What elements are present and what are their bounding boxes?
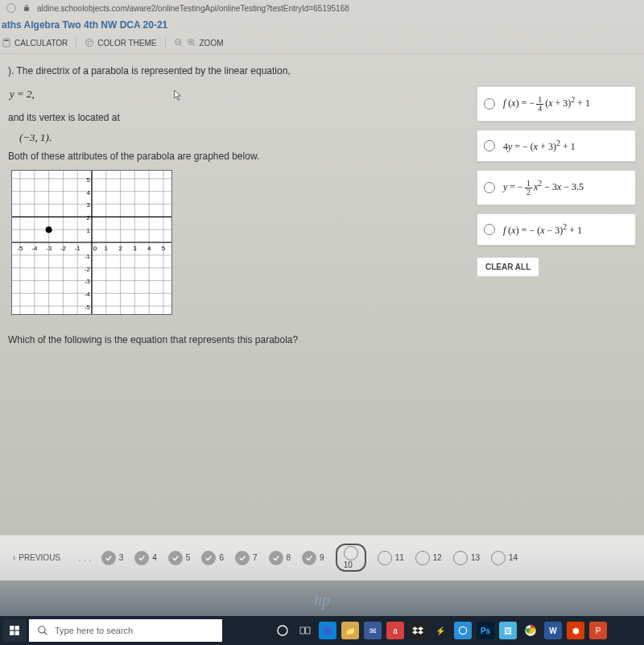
pager-item-3[interactable]: 3 bbox=[101, 551, 124, 565]
option-a[interactable]: f (x) = −14(x + 3)2 + 1 bbox=[477, 86, 636, 122]
cortana-ring-icon[interactable] bbox=[454, 622, 472, 639]
zoom-controls[interactable]: ZOOM bbox=[174, 38, 224, 48]
chrome-icon[interactable] bbox=[522, 622, 539, 639]
pager-item-7[interactable]: 7 bbox=[235, 551, 258, 565]
parabola-graph: -5 -4 -3 -2 -1 0 1 2 3 4 5 5 4 3 2 bbox=[11, 170, 172, 315]
svg-rect-63 bbox=[15, 631, 19, 635]
pager-item-10[interactable]: 10 bbox=[336, 544, 366, 572]
svg-text:5: 5 bbox=[162, 245, 166, 252]
question-pager: ‹ PREVIOUS . . . 3456789 1011121314 bbox=[0, 535, 644, 581]
pager-item-8[interactable]: 8 bbox=[269, 551, 291, 565]
previous-button[interactable]: ‹ PREVIOUS bbox=[5, 553, 68, 562]
svg-text:-3: -3 bbox=[85, 278, 91, 285]
toolbar: CALCULATOR COLOR THEME ZOOM bbox=[0, 37, 644, 54]
radio-icon bbox=[415, 551, 430, 565]
explorer-icon[interactable]: 📁 bbox=[341, 622, 359, 639]
windows-icon bbox=[9, 625, 20, 636]
office-icon[interactable]: ⬢ bbox=[567, 622, 584, 639]
svg-point-2 bbox=[86, 39, 93, 47]
windows-taskbar: Type here to search 📁 ✉ a ⚡ Ps 🖼 W ⬢ P bbox=[0, 616, 644, 645]
radio-icon bbox=[484, 182, 495, 193]
option-b[interactable]: 4y = − (x + 3)2 + 1 bbox=[477, 130, 636, 162]
svg-point-38 bbox=[46, 226, 52, 233]
svg-rect-61 bbox=[15, 626, 19, 630]
radio-icon bbox=[453, 551, 468, 565]
svg-text:1: 1 bbox=[87, 227, 91, 234]
svg-text:-3: -3 bbox=[46, 245, 52, 252]
svg-text:1: 1 bbox=[105, 245, 109, 252]
check-icon bbox=[302, 551, 316, 565]
start-button[interactable] bbox=[3, 619, 26, 642]
pager-item-13[interactable]: 13 bbox=[453, 551, 480, 565]
option-c-equation: y = −12x2 − 3x − 3.5 bbox=[503, 179, 584, 196]
svg-rect-67 bbox=[300, 627, 304, 634]
svg-text:-5: -5 bbox=[17, 245, 23, 252]
taskview-icon[interactable] bbox=[296, 622, 314, 639]
pager-item-4[interactable]: 4 bbox=[134, 551, 157, 565]
zoom-out-icon bbox=[174, 38, 184, 48]
photoshop-icon[interactable]: Ps bbox=[477, 622, 494, 639]
y-axis-labels: 5 4 3 2 1 -1 -2 -3 -4 -5 bbox=[85, 176, 91, 311]
clear-all-button[interactable]: CLEAR ALL bbox=[477, 257, 539, 277]
app-icon-red[interactable]: a bbox=[386, 622, 404, 639]
search-placeholder: Type here to search bbox=[55, 626, 133, 635]
svg-line-7 bbox=[180, 44, 182, 47]
edge-icon[interactable] bbox=[319, 622, 336, 639]
check-icon bbox=[201, 551, 216, 565]
powerpoint-icon[interactable]: P bbox=[589, 622, 607, 639]
pager-item-9[interactable]: 9 bbox=[302, 551, 324, 565]
svg-rect-1 bbox=[5, 40, 9, 42]
mail-icon[interactable]: ✉ bbox=[364, 622, 382, 639]
svg-point-4 bbox=[90, 41, 92, 43]
graph-container: -5 -4 -3 -2 -1 0 1 2 3 4 5 5 4 3 2 bbox=[11, 170, 346, 318]
cortana-icon[interactable] bbox=[274, 622, 291, 639]
power-icon[interactable]: ⚡ bbox=[431, 622, 449, 639]
svg-text:4: 4 bbox=[87, 189, 91, 196]
svg-rect-60 bbox=[10, 626, 14, 630]
pager-item-11[interactable]: 11 bbox=[378, 551, 404, 565]
svg-text:-1: -1 bbox=[75, 245, 81, 252]
image-app-icon[interactable]: 🖼 bbox=[499, 622, 517, 639]
dropbox-icon[interactable] bbox=[409, 622, 427, 639]
option-d-equation: f (x) = − (x − 3)2 + 1 bbox=[503, 222, 582, 237]
pager-item-5[interactable]: 5 bbox=[168, 551, 191, 565]
pager-item-14[interactable]: 14 bbox=[491, 551, 518, 565]
followup-question: Which of the following is the equation t… bbox=[8, 334, 346, 345]
pager-ellipsis: . . . bbox=[75, 552, 95, 564]
svg-point-5 bbox=[88, 43, 89, 45]
check-icon bbox=[235, 551, 250, 565]
chevron-left-icon: ‹ bbox=[13, 553, 15, 562]
pager-item-12[interactable]: 12 bbox=[415, 551, 442, 565]
radio-icon bbox=[344, 546, 358, 560]
calculator-button[interactable]: CALCULATOR bbox=[2, 38, 68, 48]
svg-text:3: 3 bbox=[133, 245, 137, 252]
question-prompt: ). The directrix of a parabola is repres… bbox=[8, 65, 346, 76]
pager-item-6[interactable]: 6 bbox=[201, 551, 224, 565]
check-icon bbox=[269, 551, 283, 565]
zoom-label: ZOOM bbox=[200, 39, 224, 48]
color-theme-button[interactable]: COLOR THEME bbox=[85, 38, 156, 48]
browser-nav-icon bbox=[6, 3, 16, 13]
svg-line-65 bbox=[44, 632, 47, 635]
radio-icon bbox=[491, 551, 506, 565]
search-icon bbox=[37, 625, 48, 636]
radio-icon bbox=[484, 224, 495, 235]
option-a-equation: f (x) = −14(x + 3)2 + 1 bbox=[503, 95, 590, 113]
zoom-in-icon bbox=[187, 38, 196, 48]
option-c[interactable]: y = −12x2 − 3x − 3.5 bbox=[477, 170, 636, 205]
svg-text:0: 0 bbox=[93, 245, 97, 252]
check-icon bbox=[168, 551, 183, 565]
word-icon[interactable]: W bbox=[544, 622, 562, 639]
breadcrumb: aths Algebra Two 4th NW DCA 20-21 bbox=[0, 16, 644, 37]
svg-text:-4: -4 bbox=[31, 245, 38, 252]
calculator-label: CALCULATOR bbox=[14, 39, 68, 48]
svg-point-64 bbox=[39, 626, 45, 633]
option-d[interactable]: f (x) = − (x − 3)2 + 1 bbox=[477, 213, 636, 246]
svg-text:4: 4 bbox=[147, 245, 151, 252]
lock-icon bbox=[23, 4, 31, 12]
svg-point-66 bbox=[278, 626, 287, 635]
taskbar-search[interactable]: Type here to search bbox=[29, 619, 222, 642]
svg-text:5: 5 bbox=[87, 176, 91, 184]
svg-rect-62 bbox=[10, 631, 14, 635]
directrix-equation: y = 2, bbox=[10, 88, 346, 101]
